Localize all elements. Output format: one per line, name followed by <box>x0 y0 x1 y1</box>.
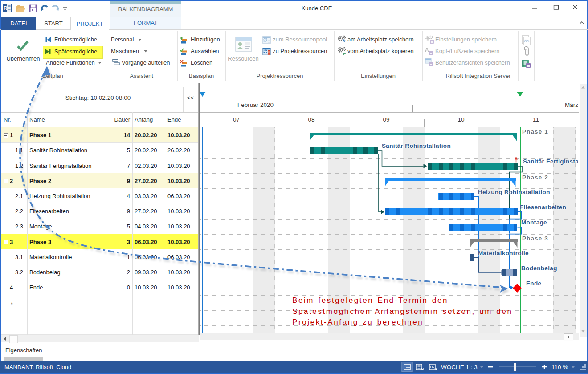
svg-text:A: A <box>425 47 429 53</box>
svg-text:110 %: 110 % <box>551 364 568 370</box>
svg-text:WOCHE 1 : 3: WOCHE 1 : 3 <box>441 364 478 370</box>
svg-text:R: R <box>4 5 8 12</box>
